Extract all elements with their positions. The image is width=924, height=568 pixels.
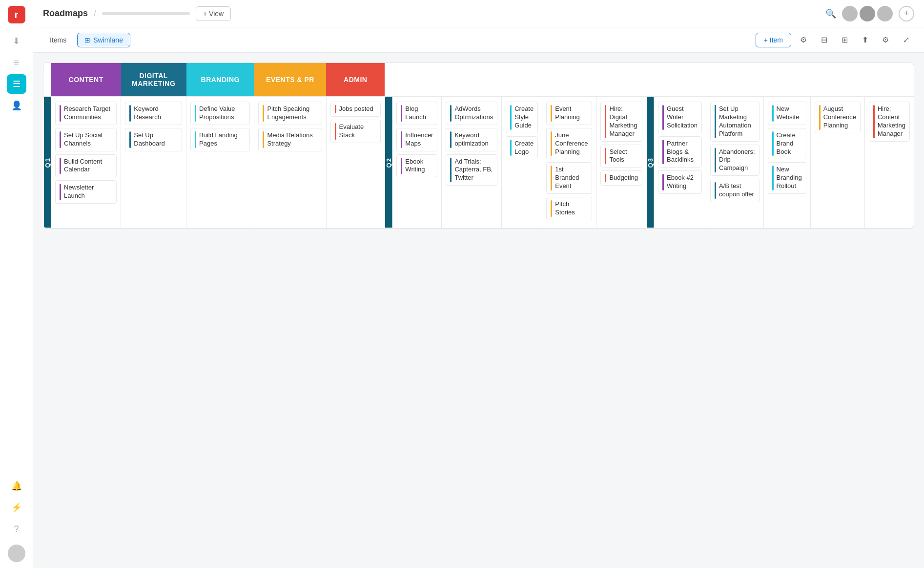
- cell-q1-content: Research Target CommunitiesSet Up Social…: [51, 97, 121, 228]
- col-header-events-pr: EVENTS & PR: [254, 63, 326, 97]
- cell-q2-content: Blog LaunchInfluencer MapsEbook Writing: [392, 97, 442, 228]
- task-text: Keyword Research: [134, 105, 178, 122]
- task-item[interactable]: Build Content Calendar: [55, 154, 117, 178]
- task-item[interactable]: Influencer Maps: [396, 128, 437, 151]
- task-text: Pitch Speaking Engagements: [267, 105, 317, 122]
- task-item[interactable]: Event Planning: [546, 102, 592, 125]
- task-item[interactable]: Guest Writer Solicitation: [658, 102, 702, 133]
- task-item[interactable]: Build Landing Pages: [190, 128, 250, 151]
- add-item-button[interactable]: + Item: [756, 33, 791, 47]
- task-item[interactable]: Media Relations Strategy: [258, 128, 322, 151]
- task-item[interactable]: Partner Blogs & Backlinks: [658, 136, 702, 168]
- task-item[interactable]: Blog Launch: [396, 102, 437, 125]
- task-bar: [551, 131, 552, 156]
- task-item[interactable]: Hire: Content Marketing Manager: [869, 102, 910, 142]
- task-item[interactable]: New Website: [768, 102, 806, 125]
- task-text: 1st Branded Event: [555, 166, 588, 190]
- task-bar: [772, 105, 774, 122]
- task-text: Create Brand Book: [777, 131, 802, 156]
- task-item[interactable]: AdWords Optimizations: [446, 102, 497, 125]
- fullscreen-button[interactable]: ⤢: [898, 32, 914, 48]
- view-button[interactable]: + View: [196, 6, 231, 21]
- task-text: Newsletter Launch: [64, 184, 112, 200]
- task-item[interactable]: Jobs posted: [330, 102, 381, 117]
- task-text: Evaluate Stack: [339, 123, 377, 140]
- task-item[interactable]: Set Up Social Channels: [55, 128, 117, 151]
- columns-button[interactable]: ⊞: [836, 32, 853, 48]
- task-item[interactable]: Abandoners: Drip Campaign: [710, 145, 760, 176]
- download-button[interactable]: ⬆: [857, 32, 873, 48]
- task-bar: [60, 131, 61, 148]
- swimlane-tab-icon: ⊞: [84, 36, 90, 44]
- search-icon[interactable]: 🔍: [825, 8, 836, 19]
- task-item[interactable]: Research Target Communities: [55, 102, 117, 125]
- sidebar-icon-card[interactable]: 👤: [7, 96, 26, 115]
- sidebar-icon-roadmap[interactable]: ☰: [7, 74, 26, 94]
- task-text: Select Tools: [609, 148, 638, 165]
- app-logo[interactable]: r: [8, 6, 25, 23]
- task-item[interactable]: Keyword optimization: [446, 128, 497, 151]
- task-bar: [772, 166, 774, 190]
- task-bar: [873, 105, 875, 138]
- task-item[interactable]: A/B test coupon offer: [710, 179, 760, 202]
- swimlane-tab-label: Swimlane: [93, 36, 123, 44]
- task-text: Build Landing Pages: [199, 131, 246, 148]
- task-item[interactable]: New Branding Rollout: [768, 162, 806, 194]
- task-item[interactable]: June Conference Planning: [546, 128, 592, 160]
- task-item[interactable]: 1st Branded Event: [546, 162, 592, 194]
- task-bar: [263, 105, 264, 122]
- sidebar-icon-lightning[interactable]: ⚡: [7, 498, 26, 517]
- task-text: Guest Writer Solicitation: [667, 105, 698, 130]
- avatar-1: [842, 6, 858, 21]
- task-item[interactable]: Keyword Research: [125, 102, 182, 125]
- task-text: Set Up Social Channels: [64, 131, 112, 148]
- task-item[interactable]: Define Value Propositions: [190, 102, 250, 125]
- tab-items[interactable]: Items: [43, 33, 73, 47]
- sidebar-icon-bell[interactable]: 🔔: [7, 476, 26, 496]
- task-bar: [195, 105, 196, 122]
- task-text: June Conference Planning: [555, 131, 588, 156]
- avatar-3: [877, 6, 893, 21]
- task-item[interactable]: Hire: Digital Marketing Manager: [600, 102, 642, 142]
- task-bar: [450, 105, 452, 122]
- sidebar: r ⬇ ≡ ☰ 👤 🔔 ⚡ ?: [0, 0, 33, 568]
- task-text: Pitch Stories: [555, 200, 588, 217]
- tab-swimlane[interactable]: ⊞ Swimlane: [77, 33, 130, 47]
- swimlane-table: CONTENT DIGITAL MARKETING BRANDING EVENT…: [43, 63, 914, 228]
- task-bar: [401, 105, 402, 122]
- row-label-q1: Q1: [43, 97, 51, 228]
- task-item[interactable]: Select Tools: [600, 145, 642, 168]
- task-item[interactable]: August Conference Planning: [815, 102, 861, 133]
- task-item[interactable]: Set Up Dashboard: [125, 128, 182, 151]
- task-item[interactable]: Create Brand Book: [768, 128, 806, 160]
- filter-button[interactable]: ⚙: [795, 32, 812, 48]
- task-item[interactable]: Budgeting: [600, 170, 642, 186]
- corner-cell: [43, 63, 51, 97]
- task-item[interactable]: Newsletter Launch: [55, 180, 117, 204]
- task-item[interactable]: Create Logo: [506, 136, 538, 160]
- task-item[interactable]: Ebook #2 Writing: [658, 170, 702, 194]
- task-item[interactable]: Evaluate Stack: [330, 120, 381, 143]
- settings-button[interactable]: ⚙: [877, 32, 894, 48]
- task-item[interactable]: Pitch Stories: [546, 197, 592, 220]
- task-item[interactable]: Set Up Marketing Automation Platform: [710, 102, 760, 142]
- task-bar: [450, 158, 452, 183]
- task-bar: [401, 131, 402, 148]
- cell-q3-events_pr: August Conference Planning: [810, 97, 864, 228]
- sidebar-icon-help[interactable]: ?: [7, 519, 26, 539]
- table-view-button[interactable]: ⊟: [816, 32, 832, 48]
- task-item[interactable]: Create Style Guide: [506, 102, 538, 133]
- column-header-row: CONTENT DIGITAL MARKETING BRANDING EVENT…: [43, 63, 914, 97]
- task-item[interactable]: Ebook Writing: [396, 154, 437, 178]
- task-bar: [662, 140, 664, 165]
- task-text: Media Relations Strategy: [267, 131, 317, 148]
- task-text: Partner Blogs & Backlinks: [667, 140, 698, 165]
- task-bar: [551, 166, 552, 190]
- add-user-button[interactable]: +: [899, 6, 914, 21]
- task-item[interactable]: Pitch Speaking Engagements: [258, 102, 322, 125]
- sidebar-icon-download[interactable]: ⬇: [7, 31, 26, 51]
- sidebar-avatar[interactable]: [8, 545, 25, 562]
- main-area: Roadmaps / + View 🔍 + Items ⊞ Swimlane +…: [33, 0, 924, 568]
- task-item[interactable]: Ad Trials: Capterra, FB, Twitter: [446, 154, 497, 186]
- sidebar-icon-list[interactable]: ≡: [7, 53, 26, 72]
